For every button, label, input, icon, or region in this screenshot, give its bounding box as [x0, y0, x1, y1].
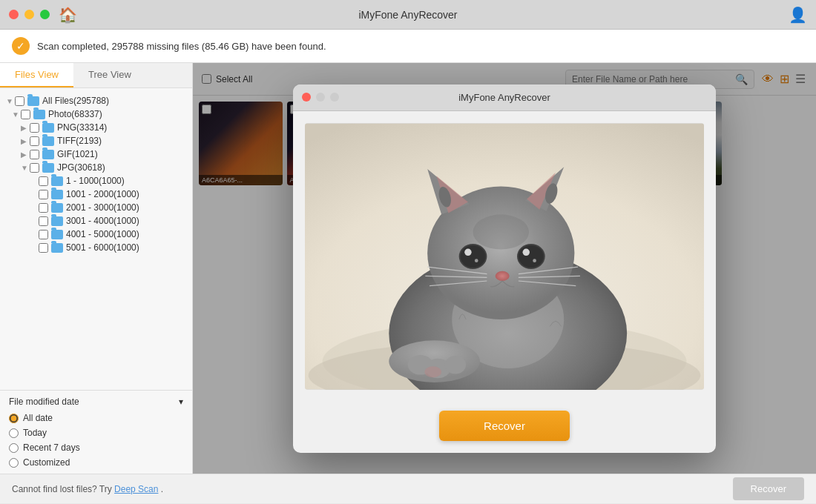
- status-bar: ✓ Scan completed, 295788 missing files (…: [0, 30, 816, 63]
- modal-titlebar: iMyFone AnyRecover: [293, 84, 716, 111]
- tree-label-gif: GIF(1021): [57, 149, 98, 159]
- folder-icon: [51, 176, 63, 186]
- svg-point-22: [496, 271, 510, 280]
- tree-label-jpg-5: 4001 - 5000(1000): [66, 229, 139, 239]
- titlebar: 🏠 iMyFone AnyRecover 👤: [0, 0, 816, 30]
- bottom-text-suffix: .: [161, 484, 163, 494]
- close-button[interactable]: [9, 10, 19, 19]
- svg-point-15: [461, 245, 486, 267]
- tree-item-photo[interactable]: ▼ Photo(68337): [0, 107, 192, 121]
- radio-recent-7[interactable]: [9, 443, 19, 453]
- chevron-down-icon: ▾: [179, 397, 183, 407]
- status-check-icon: ✓: [12, 37, 30, 55]
- svg-point-16: [464, 248, 471, 255]
- folder-icon: [27, 96, 39, 106]
- preview-image-container: [305, 123, 704, 390]
- tree-item-jpg-4[interactable]: 3001 - 4000(1000): [0, 214, 192, 228]
- folder-icon: [51, 190, 63, 199]
- modal-recover-button[interactable]: Recover: [439, 411, 570, 441]
- minimize-button[interactable]: [24, 10, 34, 19]
- folder-icon: [42, 123, 54, 133]
- tab-tree-view[interactable]: Tree View: [73, 63, 146, 87]
- file-tree: ▼ All Files(295788) ▼ Photo(68337) ▶ PNG…: [0, 88, 192, 390]
- tree-item-jpg-2[interactable]: 1001 - 2000(1000): [0, 188, 192, 201]
- tree-item-png[interactable]: ▶ PNG(33314): [0, 121, 192, 134]
- tree-label-jpg-1: 1 - 1000(1000): [66, 176, 125, 186]
- tree-label-jpg: JPG(30618): [57, 162, 105, 173]
- folder-icon: [33, 110, 45, 119]
- checkbox-gif[interactable]: [30, 150, 39, 159]
- checkbox-jpg[interactable]: [30, 163, 39, 173]
- checkbox-tiff[interactable]: [30, 136, 39, 146]
- modal-window-controls: [302, 93, 339, 102]
- maximize-button[interactable]: [40, 10, 50, 19]
- checkbox-jpg-4[interactable]: [39, 216, 48, 226]
- tree-label-jpg-6: 5001 - 6000(1000): [66, 242, 139, 253]
- checkbox-all-files[interactable]: [15, 96, 24, 106]
- bottom-bar-message: Cannot find lost files? Try Deep Scan .: [12, 484, 163, 494]
- filter-recent-7[interactable]: Recent 7 days: [9, 442, 183, 453]
- checkbox-jpg-2[interactable]: [39, 190, 48, 199]
- deep-scan-link[interactable]: Deep Scan: [114, 484, 158, 494]
- svg-point-13: [473, 214, 530, 249]
- modal-title: iMyFone AnyRecover: [458, 92, 550, 103]
- tree-item-all-files[interactable]: ▼ All Files(295788): [0, 94, 192, 107]
- home-icon[interactable]: 🏠: [59, 6, 77, 24]
- tree-label-tiff: TIFF(2193): [57, 136, 102, 146]
- bottom-bar: Cannot find lost files? Try Deep Scan . …: [0, 474, 816, 503]
- svg-point-20: [523, 248, 530, 255]
- modal-maximize-button[interactable]: [330, 93, 339, 102]
- folder-icon: [51, 243, 63, 253]
- checkbox-jpg-5[interactable]: [39, 230, 48, 239]
- checkbox-png[interactable]: [30, 123, 39, 133]
- user-icon[interactable]: 👤: [789, 6, 807, 24]
- tree-item-jpg-3[interactable]: 2001 - 3000(1000): [0, 201, 192, 214]
- modal-minimize-button[interactable]: [316, 93, 325, 102]
- app-title: iMyFone AnyRecover: [358, 9, 457, 21]
- tab-files-view[interactable]: Files View: [0, 63, 73, 87]
- chevron-right-icon: ▶: [21, 150, 28, 159]
- status-message: Scan completed, 295788 missing files (85…: [37, 41, 326, 52]
- filter-section: File modified date ▾ All date Today Rece…: [0, 390, 192, 474]
- tree-item-gif[interactable]: ▶ GIF(1021): [0, 147, 192, 161]
- checkbox-photo[interactable]: [21, 110, 30, 119]
- tree-item-jpg-1[interactable]: 1 - 1000(1000): [0, 174, 192, 188]
- filter-today[interactable]: Today: [9, 428, 183, 438]
- bottom-text-prefix: Cannot find lost files? Try: [12, 484, 114, 494]
- radio-today[interactable]: [9, 428, 19, 438]
- filter-customized[interactable]: Customized: [9, 457, 183, 468]
- svg-point-21: [533, 259, 536, 262]
- tree-item-jpg-5[interactable]: 4001 - 5000(1000): [0, 228, 192, 241]
- tree-label-jpg-4: 3001 - 4000(1000): [66, 216, 139, 226]
- folder-icon: [51, 203, 63, 213]
- filter-customized-label: Customized: [23, 457, 70, 468]
- radio-customized[interactable]: [9, 458, 19, 468]
- kitten-preview-image: [305, 123, 704, 390]
- modal-close-button[interactable]: [302, 93, 311, 102]
- svg-point-17: [475, 259, 478, 262]
- tree-item-jpg-6[interactable]: 5001 - 6000(1000): [0, 241, 192, 254]
- tree-item-tiff[interactable]: ▶ TIFF(2193): [0, 134, 192, 147]
- folder-icon: [42, 136, 54, 146]
- checkbox-jpg-6[interactable]: [39, 243, 48, 253]
- filter-all-date-label: All date: [23, 413, 53, 423]
- window-controls: [9, 10, 50, 19]
- radio-all-date[interactable]: [9, 414, 19, 423]
- folder-icon: [42, 150, 54, 159]
- folder-icon: [42, 163, 54, 173]
- recover-button[interactable]: Recover: [733, 477, 804, 500]
- checkbox-jpg-1[interactable]: [39, 176, 48, 186]
- checkbox-jpg-3[interactable]: [39, 203, 48, 213]
- tree-label-jpg-2: 1001 - 2000(1000): [66, 189, 139, 199]
- chevron-right-icon: ▶: [21, 124, 28, 132]
- svg-point-33: [424, 366, 441, 377]
- preview-modal: iMyFone AnyRecover: [293, 84, 716, 453]
- modal-overlay: iMyFone AnyRecover: [193, 63, 816, 474]
- view-tabs: Files View Tree View: [0, 63, 192, 88]
- tree-item-jpg[interactable]: ▼ JPG(30618): [0, 161, 192, 174]
- chevron-down-icon: ▼: [21, 164, 28, 172]
- filter-all-date[interactable]: All date: [9, 413, 183, 423]
- tree-label-all-files: All Files(295788): [42, 96, 109, 106]
- filter-dropdown[interactable]: File modified date ▾: [9, 397, 183, 407]
- folder-icon: [51, 230, 63, 239]
